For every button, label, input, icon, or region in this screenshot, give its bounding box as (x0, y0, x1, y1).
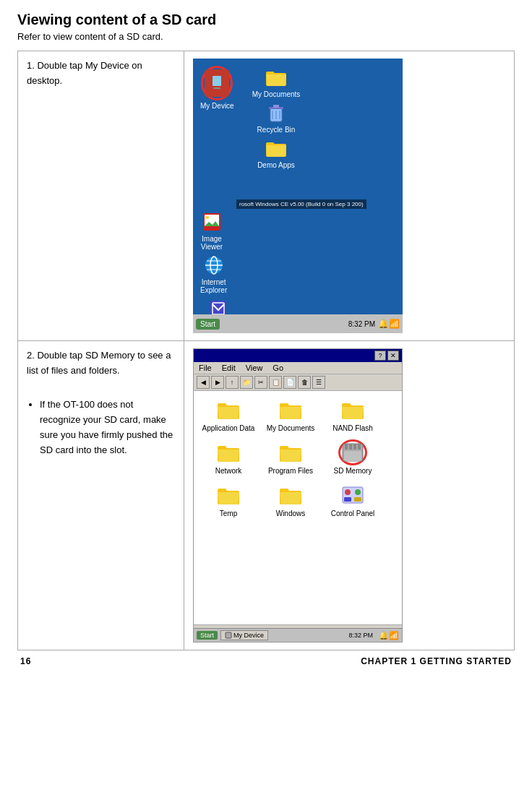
taskbar-icons: 🔔📶 (378, 319, 400, 329)
folder-windows[interactable]: Windows (262, 482, 319, 517)
fm-menu-view[interactable]: View (244, 363, 265, 373)
build-info: rosoft Windows CE v5.00 (Build 0 on Sep … (236, 199, 366, 209)
fm-help-button[interactable]: ? (374, 351, 386, 361)
tb-folder[interactable]: 📁 (240, 376, 253, 389)
filemanager-window: ? ✕ File Edit View Go ◀ ▶ ↑ (193, 348, 403, 642)
internetexplorer-icon[interactable]: InternetExplorer (200, 254, 227, 294)
start-button[interactable]: Start (196, 319, 220, 330)
fm-taskbar: Start My Device 8:32 PM 🔔📶 (194, 628, 402, 642)
page-number: 16 (20, 656, 31, 666)
svg-rect-22 (353, 444, 356, 450)
tb-forward[interactable]: ▶ (211, 376, 224, 389)
folder-program-files[interactable]: Program Files (262, 439, 319, 475)
svg-rect-29 (354, 497, 361, 502)
fm-content-area: Application Data My Documents (194, 391, 402, 523)
fm-taskbar-time: 8:32 PM (348, 632, 373, 639)
folder-application-data-label: Application Data (202, 424, 255, 432)
fm-window-label: My Device (233, 632, 264, 639)
folder-nand-flash-label: NAND Flash (332, 424, 373, 432)
fm-title (197, 351, 373, 360)
folder-windows-label: Windows (276, 510, 306, 517)
fm-menu-file[interactable]: File (197, 363, 214, 373)
desktop-time: 8:32 PM (348, 320, 375, 328)
folder-control-panel[interactable]: Control Panel (324, 482, 382, 517)
folder-mydocuments-label: My Documents (267, 424, 315, 432)
svg-rect-21 (349, 444, 352, 450)
desktop-taskbar: Start 8:32 PM 🔔📶 (193, 314, 403, 333)
page-subtitle: Refer to view content of a SD card. (17, 31, 515, 42)
mydevice-label: My Device (200, 102, 234, 110)
folder-program-files-label: Program Files (268, 467, 313, 475)
fm-close-button[interactable]: ✕ (387, 351, 399, 361)
svg-point-26 (345, 489, 351, 495)
folder-sd-memory[interactable]: SD Memory (324, 439, 382, 475)
folder-temp-label: Temp (220, 510, 237, 517)
svg-rect-30 (226, 632, 231, 638)
fm-menu-edit[interactable]: Edit (220, 363, 238, 373)
tb-copy[interactable]: 📋 (269, 376, 282, 389)
folder-application-data[interactable]: Application Data (200, 397, 257, 432)
svg-rect-20 (345, 444, 348, 450)
svg-rect-2 (213, 87, 220, 89)
svg-rect-24 (344, 451, 361, 461)
tb-view[interactable]: ☰ (312, 376, 325, 389)
svg-point-11 (206, 216, 209, 219)
tb-delete[interactable]: 🗑 (298, 376, 311, 389)
fm-taskbar-icons: 🔔📶 (379, 631, 399, 640)
folder-my-documents[interactable]: My Documents (262, 397, 319, 432)
fm-statusbar (194, 624, 402, 628)
svg-rect-1 (213, 76, 221, 86)
fm-titlebar: ? ✕ (194, 349, 402, 362)
step2-bullet: If the OT-100 does not recognize your SD… (40, 397, 175, 457)
desktop-screenshot: My Device My Documents (193, 59, 403, 333)
tb-up[interactable]: ↑ (226, 376, 239, 389)
folder-sd-memory-label: SD Memory (334, 467, 372, 475)
fm-empty-area (194, 523, 402, 624)
mydevice-icon[interactable]: My Device (200, 66, 234, 110)
fm-menu-go[interactable]: Go (270, 363, 286, 373)
fm-menubar: File Edit View Go (194, 362, 402, 374)
step1-instruction: 1. Double tap My Device on desktop. (27, 59, 175, 89)
svg-point-27 (355, 489, 361, 495)
folder-temp[interactable]: Temp (200, 482, 257, 517)
tb-cut[interactable]: ✂ (254, 376, 267, 389)
mydocuments-icon[interactable]: My Documents (251, 66, 301, 98)
demoapps-icon[interactable]: Demo Apps (251, 137, 301, 169)
folder-network-label: Network (215, 467, 242, 475)
svg-rect-28 (344, 497, 351, 502)
fm-start-button[interactable]: Start (197, 631, 218, 640)
tb-back[interactable]: ◀ (197, 376, 210, 389)
imageviewer-icon[interactable]: ImageViewer (200, 210, 223, 251)
folder-nand-flash[interactable]: NAND Flash (324, 397, 382, 432)
step2-instruction: 2. Double tap SD Memory to see a list of… (27, 348, 175, 379)
fm-window-button[interactable]: My Device (220, 630, 268, 640)
folder-control-panel-label: Control Panel (331, 510, 375, 517)
svg-rect-5 (273, 105, 279, 108)
recyclebin-icon[interactable]: Recycle Bin (251, 101, 301, 134)
chapter-label: CHAPTER 1 GETTING STARTED (361, 656, 512, 666)
fm-toolbar: ◀ ▶ ↑ 📁 ✂ 📋 📄 🗑 ☰ (194, 374, 402, 391)
page-title: Viewing content of a SD card (17, 12, 515, 28)
tb-paste[interactable]: 📄 (283, 376, 296, 389)
svg-rect-23 (358, 444, 361, 450)
folder-network[interactable]: Network (200, 439, 257, 475)
